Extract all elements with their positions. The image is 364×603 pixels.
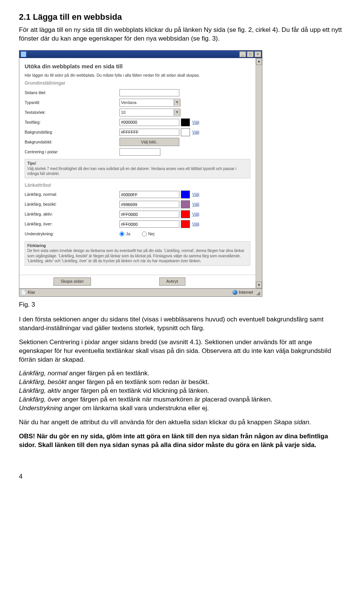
explain-box: Förklaring De fem sista valen innebär de…	[25, 241, 250, 266]
label-bgcolor: Bakgrundsfärg:	[25, 129, 119, 135]
li-aktiv-em: Länkfärg, aktiv	[19, 387, 61, 394]
label-link-over: Länkfärg, över:	[25, 221, 119, 227]
li-under-text: anger om länkarna skall vara understrukn…	[62, 405, 209, 412]
label-centering: Centrering i pixlar:	[25, 149, 119, 155]
radio-no-text: Nej	[148, 231, 155, 237]
dropdown-textsize[interactable]: 10 ▼	[119, 109, 180, 117]
swatch-link-normal	[181, 191, 190, 198]
choose-link-textcolor[interactable]: Välj	[192, 120, 199, 125]
input-link-normal[interactable]	[119, 191, 179, 198]
p-after-em: Skapa sidan	[274, 419, 309, 426]
li-normal-text: anger färgen på en textlänk.	[67, 370, 149, 377]
scroll-up-icon[interactable]: ▲	[256, 58, 262, 65]
label-title: Sidans titel:	[25, 90, 119, 96]
paragraph-first-section: I den första sektionen anger du sidans t…	[19, 315, 345, 333]
li-over-em: Länkfärg, över	[19, 396, 60, 403]
li-under-em: Understrykning	[19, 405, 62, 412]
section-title-text: Lägga till en webbsida	[33, 12, 122, 22]
label-link-active: Länkfärg, aktiv:	[25, 211, 119, 217]
scroll-down-icon[interactable]: ▼	[256, 282, 262, 288]
input-link-over[interactable]	[119, 220, 179, 228]
dropdown-textsize-value: 10	[121, 110, 126, 115]
tips-body: Välj storlek 7 med försiktighet då den k…	[27, 167, 236, 176]
li-over-text: anger färgen på en textlänk när musmarkö…	[60, 396, 272, 403]
resize-grip-icon[interactable]	[254, 290, 260, 296]
label-bgimage: Bakgrundsbild:	[25, 139, 119, 145]
explain-heading: Förklaring	[27, 244, 46, 248]
status-bar: 📄 Klar Internet	[19, 288, 262, 296]
dialog-heading: Utöka din webbplats med en sida till	[25, 63, 250, 70]
p-after-tail: .	[309, 419, 311, 426]
choose-link-bgcolor[interactable]: Välj	[192, 129, 199, 135]
swatch-link-visited	[181, 200, 190, 208]
tips-box: Tips! Välj storlek 7 med försiktighet då…	[25, 159, 250, 178]
radio-yes[interactable]	[119, 231, 124, 236]
radio-yes-label[interactable]: Ja	[119, 231, 130, 237]
create-page-button[interactable]: Skapa sidan	[53, 277, 91, 286]
window-titlebar: _ □ ×	[19, 50, 262, 58]
label-link-normal: Länkfärg, normal:	[25, 192, 119, 197]
input-textcolor[interactable]	[119, 119, 179, 126]
intro-paragraph: För att lägga till en ny sida till din w…	[19, 26, 345, 43]
section-heading: 2.1 Lägga till en webbsida	[19, 11, 345, 23]
cancel-button[interactable]: Avbryt	[159, 277, 185, 286]
maximize-button[interactable]: □	[247, 51, 254, 57]
input-title[interactable]	[119, 89, 179, 96]
choose-link-visited[interactable]: Välj	[192, 202, 199, 207]
p-after-head: När du har angett de attribut du vill an…	[19, 419, 274, 426]
radio-no-label[interactable]: Nej	[142, 231, 155, 237]
li-besokt-em: Länkfärg, besökt	[19, 378, 67, 386]
label-link-visited: Länkfärg, besökt:	[25, 202, 119, 207]
dialog-intro: Här lägger du till sidor på din webbplat…	[25, 72, 250, 78]
chevron-down-icon: ▼	[174, 99, 180, 106]
swatch-textcolor	[181, 118, 190, 126]
tips-heading: Tips!	[27, 161, 36, 165]
link-color-list: Länkfärg, normal anger färgen på en text…	[19, 369, 345, 413]
li-normal-em: Länkfärg, normal	[19, 370, 67, 377]
choose-link-normal[interactable]: Välj	[192, 192, 199, 197]
dropdown-font[interactable]: Verdana ▼	[119, 99, 180, 107]
choose-image-button[interactable]: Välj bild..	[119, 138, 179, 146]
close-button[interactable]: ×	[254, 51, 261, 57]
swatch-bgcolor	[181, 128, 190, 136]
vertical-scrollbar[interactable]: ▲ ▼	[256, 58, 262, 288]
chevron-down-icon: ▼	[174, 109, 180, 116]
paragraph-centrering: Sektionen Centrering i pixlar anger sida…	[19, 338, 345, 364]
label-textcolor: Textfärg:	[25, 120, 119, 125]
input-link-active[interactable]	[119, 211, 179, 218]
choose-link-active[interactable]: Välj	[192, 211, 199, 217]
input-link-visited[interactable]	[119, 201, 179, 208]
swatch-link-over	[181, 220, 190, 228]
obs-paragraph: OBS! När du gör en ny sida, glöm inte at…	[19, 432, 345, 450]
label-textsize: Textstorlek:	[25, 110, 119, 115]
link-attr-subhead: Länkattribut	[25, 182, 250, 188]
explain-body: De fem sista valen innebär design av län…	[27, 249, 245, 263]
input-centering[interactable]	[119, 148, 160, 156]
input-bgcolor[interactable]	[119, 129, 179, 136]
radio-no[interactable]	[142, 231, 147, 236]
app-icon	[21, 52, 26, 57]
obs-strong: OBS! När du gör en ny sida, glöm inte at…	[19, 433, 328, 449]
page-number: 4	[19, 472, 345, 481]
dropdown-font-value: Verdana	[121, 100, 136, 105]
swatch-link-active	[181, 210, 190, 218]
globe-icon	[232, 290, 237, 295]
figure-caption: Fig. 3	[19, 301, 345, 309]
figure-3-window: _ □ × Utöka din webbplats med en sida ti…	[19, 50, 262, 297]
label-underline: Understrykning:	[25, 231, 119, 237]
section-number: 2.1	[19, 12, 31, 22]
li-aktiv-text: anger färgen på en textlänk vid klicknin…	[61, 387, 209, 394]
paragraph-after: När du har angett de attribut du vill an…	[19, 418, 345, 427]
choose-link-over[interactable]: Välj	[192, 221, 199, 227]
li-besokt-text: anger färgen på en textlänk som redan är…	[67, 378, 209, 386]
basic-settings-subhead: Grundinställningar	[25, 80, 250, 86]
status-text: Klar	[28, 290, 35, 295]
doc-icon: 📄	[21, 290, 26, 295]
label-font: Typsnitt:	[25, 100, 119, 105]
minimize-button[interactable]: _	[239, 51, 246, 57]
zone-text: Internet	[239, 290, 253, 295]
radio-yes-text: Ja	[126, 231, 130, 237]
